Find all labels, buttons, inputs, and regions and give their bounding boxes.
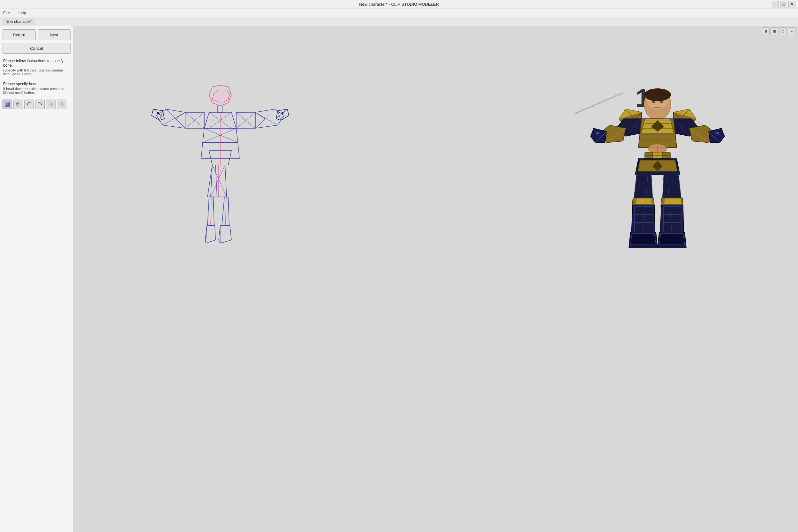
svg-line-45 [212, 165, 227, 197]
svg-rect-1 [6, 103, 8, 106]
svg-marker-24 [236, 112, 265, 128]
left-skeleton-figure [156, 83, 290, 266]
sidebar: Return Next Cancel Please follow instruc… [0, 26, 73, 532]
specify-title: Please specify head. [3, 82, 70, 86]
close-button[interactable]: ✕ [788, 1, 795, 8]
vp-btn-1[interactable]: ⊞ [762, 27, 770, 35]
svg-line-50 [222, 197, 224, 226]
specify-sub: If head does not exist, please press the… [3, 87, 70, 94]
svg-line-20 [203, 128, 236, 142]
svg-rect-12 [218, 106, 223, 112]
viewport[interactable]: ⊞ ⊡ □ ≡ 15 [73, 26, 798, 532]
undo-icon [26, 101, 32, 107]
redo-icon [37, 101, 43, 107]
svg-rect-121 [634, 207, 653, 232]
svg-point-2 [16, 102, 20, 106]
svg-point-43 [157, 112, 159, 114]
instruction-sub: (Specify with left click, operate camera… [3, 68, 70, 76]
svg-rect-125 [663, 207, 682, 232]
svg-line-46 [211, 165, 225, 197]
svg-line-56 [211, 197, 211, 226]
vp-btn-3[interactable]: □ [779, 27, 787, 35]
tool-next-button[interactable] [57, 99, 66, 109]
specify-box: Please specify head. If head does not ex… [3, 80, 71, 96]
svg-marker-57 [218, 226, 231, 243]
svg-marker-34 [175, 112, 204, 128]
svg-marker-131 [659, 234, 685, 245]
cancel-button[interactable]: Cancel [3, 43, 71, 54]
next-icon [59, 101, 64, 107]
svg-marker-119 [664, 198, 681, 204]
svg-point-3 [17, 103, 19, 105]
tab-bar: New character* [0, 17, 798, 26]
svg-line-38 [163, 112, 185, 125]
svg-marker-7 [50, 103, 51, 106]
vp-btn-2[interactable]: ⊡ [771, 27, 778, 35]
tab-new-character[interactable]: New character* [2, 18, 35, 25]
svg-marker-27 [255, 109, 284, 128]
nav-button-row: Return Next [3, 30, 71, 40]
next-button[interactable]: Next [38, 30, 71, 40]
svg-line-55 [213, 197, 214, 226]
menu-bar: File Help [0, 9, 798, 17]
title-text: New character* - CLIP STUDIO MODELER [359, 2, 439, 7]
svg-line-28 [255, 112, 278, 125]
select-icon [4, 101, 10, 107]
right-character-figure [574, 77, 741, 270]
menu-help[interactable]: Help [16, 10, 27, 16]
svg-point-33 [282, 112, 283, 114]
right-character-svg [574, 77, 741, 269]
svg-line-59 [230, 226, 231, 240]
viewport-toolbar: ⊞ ⊡ □ ≡ [762, 27, 795, 35]
main-layout: Return Next Cancel Please follow instruc… [0, 26, 798, 532]
return-button[interactable]: Return [3, 30, 36, 40]
instruction-box: Please follow instructions to specify bo… [3, 57, 71, 77]
lasso-icon [15, 101, 21, 107]
left-skeleton-svg [156, 83, 290, 266]
tool-undo-button[interactable] [24, 99, 34, 109]
viewport-content: 15 [73, 26, 798, 532]
svg-line-54 [208, 197, 209, 226]
menu-file[interactable]: File [2, 10, 11, 16]
prev-icon [48, 101, 54, 107]
svg-line-52 [225, 197, 226, 226]
tool-row [3, 99, 71, 109]
tab-label: New character* [5, 19, 32, 24]
svg-marker-11 [212, 90, 230, 102]
tool-redo-button[interactable] [35, 99, 45, 109]
tool-select-button[interactable] [3, 99, 12, 109]
svg-line-19 [204, 128, 238, 142]
svg-marker-9 [61, 103, 62, 106]
maximize-button[interactable]: □ [780, 1, 787, 8]
svg-line-51 [228, 197, 229, 226]
svg-point-73 [644, 89, 671, 101]
title-bar: New character* - CLIP STUDIO MODELER – □… [0, 0, 798, 9]
tool-lasso-button[interactable] [14, 99, 23, 109]
vp-btn-4[interactable]: ≡ [788, 27, 795, 35]
minimize-button[interactable]: – [772, 1, 779, 8]
svg-marker-37 [156, 109, 185, 128]
svg-marker-129 [630, 234, 656, 245]
tool-prev-button[interactable] [46, 99, 56, 109]
instruction-title: Please follow instructions to specify bo… [3, 59, 70, 68]
window-controls[interactable]: – □ ✕ [772, 1, 795, 8]
svg-marker-117 [636, 198, 652, 204]
